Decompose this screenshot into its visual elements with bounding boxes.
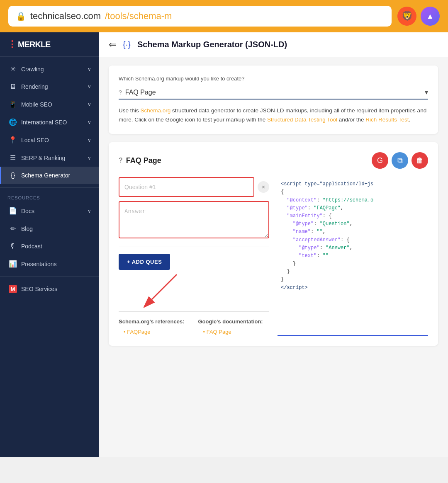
schema-references: Schema.org's references: • FAQPage (119, 318, 190, 336)
schema-selected-value: FAQ Page (125, 89, 421, 96)
question-block: × (119, 177, 269, 240)
sidebar-item-label: Schema Generator (21, 172, 70, 179)
faq-header: ? FAQ Page G ⧉ 🗑 (119, 152, 428, 169)
sidebar-item-local-seo[interactable]: 📍 Local SEO ∨ (0, 131, 99, 149)
references-row: Schema.org's references: • FAQPage Googl… (119, 311, 269, 336)
close-question-button[interactable]: × (258, 181, 269, 193)
schema-ref-label: Schema.org's references: (119, 318, 190, 325)
sidebar-item-label: Crawling (21, 66, 44, 73)
json-code-panel: <script type="application/ld+js { "@cont… (278, 177, 428, 336)
google-references: Google's documentation: • FAQ Page (198, 318, 270, 336)
sidebar-item-crawling[interactable]: ✳ Crawling ∨ (0, 60, 99, 78)
sidebar-item-label: SERP & Ranking (21, 155, 65, 161)
merkle-logo-text: MERKLE (18, 40, 50, 49)
seo-services-label: SEO Services (21, 286, 57, 292)
sidebar-item-mobile-seo[interactable]: 📱 Mobile SEO ∨ (0, 95, 99, 113)
faq-title-text: FAQ Page (126, 156, 161, 165)
faq-title-icon: ? (119, 157, 123, 164)
local-seo-icon: 📍 (9, 136, 17, 144)
sidebar-item-label: International SEO (21, 119, 67, 126)
sidebar-item-podcast[interactable]: 🎙 Podcast (0, 238, 99, 255)
schema-header-icon: {·} (123, 40, 131, 49)
arrow-annotation (144, 266, 210, 316)
json-code-block: <script type="application/ld+js { "@cont… (278, 177, 428, 295)
chevron-icon: ∨ (88, 137, 91, 143)
sidebar-item-docs[interactable]: 📄 Docs ∨ (0, 202, 99, 220)
crawling-icon: ✳ (9, 65, 17, 73)
page-title: Schema Markup Generator (JSON-LD) (137, 40, 287, 49)
sidebar-item-label: Local SEO (21, 137, 49, 143)
sidebar-item-schema-generator[interactable]: {} Schema Generator (0, 167, 99, 184)
prism-icon[interactable]: ▲ (421, 7, 440, 26)
faq-card: ? FAQ Page G ⧉ 🗑 (109, 142, 438, 346)
chevron-icon: ∨ (88, 155, 91, 161)
resources-label: Resources (0, 191, 99, 202)
nav-divider-bottom (0, 276, 99, 277)
faq-page-google-link[interactable]: • FAQ Page (203, 328, 270, 336)
sidebar-nav: ✳ Crawling ∨ 🖥 Rendering ∨ 📱 Mobile SEO … (0, 57, 99, 457)
main-header: ⇐ {·} Schema Markup Generator (JSON-LD) (99, 32, 448, 57)
merkle-logo: ⋮ MERKLE (7, 39, 50, 50)
chevron-icon: ∨ (88, 66, 91, 72)
sidebar: ⋮ MERKLE ✳ Crawling ∨ 🖥 Rendering ∨ 📱 Mo… (0, 32, 99, 457)
schema-selector-card: Which Schema.org markup would you like t… (109, 66, 438, 134)
sidebar-header: ⋮ MERKLE (0, 32, 99, 57)
sidebar-item-international-seo[interactable]: 🌐 International SEO ∨ (0, 113, 99, 131)
chevron-icon: ∨ (88, 119, 91, 125)
main-container: ⇐ {·} Schema Markup Generator (JSON-LD) … (99, 32, 448, 457)
sidebar-item-presentations[interactable]: 📊 Presentations (0, 255, 99, 273)
google-ref-label: Google's documentation: (198, 318, 270, 325)
brave-browser-icon[interactable]: 🦁 (397, 7, 416, 26)
lock-icon: 🔒 (16, 11, 26, 21)
question-input[interactable] (119, 177, 254, 197)
browser-icons: 🦁 ▲ (397, 7, 440, 26)
structured-data-link[interactable]: Structured Data Testing Tool (267, 117, 337, 123)
main-content: Which Schema.org markup would you like t… (99, 57, 448, 457)
seo-services-badge: M (9, 285, 17, 293)
chevron-icon: ∨ (88, 208, 91, 214)
rich-results-link[interactable]: Rich Results Test (365, 117, 409, 123)
merkle-m-icon: ⋮ (7, 39, 16, 50)
faq-form: × + ADD QUES (119, 177, 269, 336)
svg-line-1 (152, 274, 177, 299)
sidebar-item-label: Docs (21, 208, 34, 214)
sidebar-item-label: Presentations (21, 261, 57, 267)
international-seo-icon: 🌐 (9, 118, 17, 126)
docs-icon: 📄 (9, 207, 17, 215)
schema-select-wrapper[interactable]: ? FAQ Page ▾ (119, 86, 428, 100)
delete-button[interactable]: 🗑 (411, 152, 428, 169)
add-question-label: + ADD QUES (127, 259, 162, 265)
sidebar-item-label: Rendering (21, 83, 48, 90)
schema-org-link[interactable]: Schema.org (141, 107, 171, 114)
rendering-icon: 🖥 (9, 83, 17, 90)
sidebar-item-blog[interactable]: ✏ Blog (0, 220, 99, 238)
sidebar-item-rendering[interactable]: 🖥 Rendering ∨ (0, 78, 99, 95)
chevron-icon: ∨ (88, 84, 91, 90)
faq-actions: G ⧉ 🗑 (372, 152, 428, 169)
google-test-button[interactable]: G (372, 152, 388, 169)
content-wrapper: Which Schema.org markup would you like t… (99, 57, 448, 354)
presentations-icon: 📊 (9, 260, 17, 268)
copy-button[interactable]: ⧉ (392, 152, 408, 169)
podcast-icon: 🎙 (9, 243, 17, 250)
app-layout: ⋮ MERKLE ✳ Crawling ∨ 🖥 Rendering ∨ 📱 Mo… (0, 32, 448, 457)
arrow-container: + ADD QUES (119, 254, 269, 270)
dropdown-arrow-icon: ▾ (425, 88, 428, 96)
sidebar-item-label: Podcast (21, 243, 42, 250)
mobile-seo-icon: 📱 (9, 100, 17, 108)
add-question-button[interactable]: + ADD QUES (119, 254, 170, 270)
schema-description: Use this Schema.org structured data gene… (119, 106, 428, 124)
address-bar[interactable]: 🔒 technicalseo.com/tools/schema-m (8, 6, 392, 27)
sidebar-item-seo-services[interactable]: M SEO Services (0, 280, 99, 298)
schema-question-label: Which Schema.org markup would you like t… (119, 75, 428, 82)
browser-bar: 🔒 technicalseo.com/tools/schema-m 🦁 ▲ (0, 0, 448, 32)
schema-generator-icon: {} (9, 172, 17, 179)
nav-divider (0, 187, 99, 188)
faqpage-ref-link[interactable]: • FAQPage (124, 328, 190, 336)
sidebar-item-serp-ranking[interactable]: ☰ SERP & Ranking ∨ (0, 149, 99, 167)
answer-input[interactable] (119, 201, 269, 238)
sidebar-item-label: Blog (21, 226, 33, 232)
faq-title: ? FAQ Page (119, 156, 161, 165)
back-button[interactable]: ⇐ (109, 39, 116, 50)
question-row: × (119, 177, 269, 197)
